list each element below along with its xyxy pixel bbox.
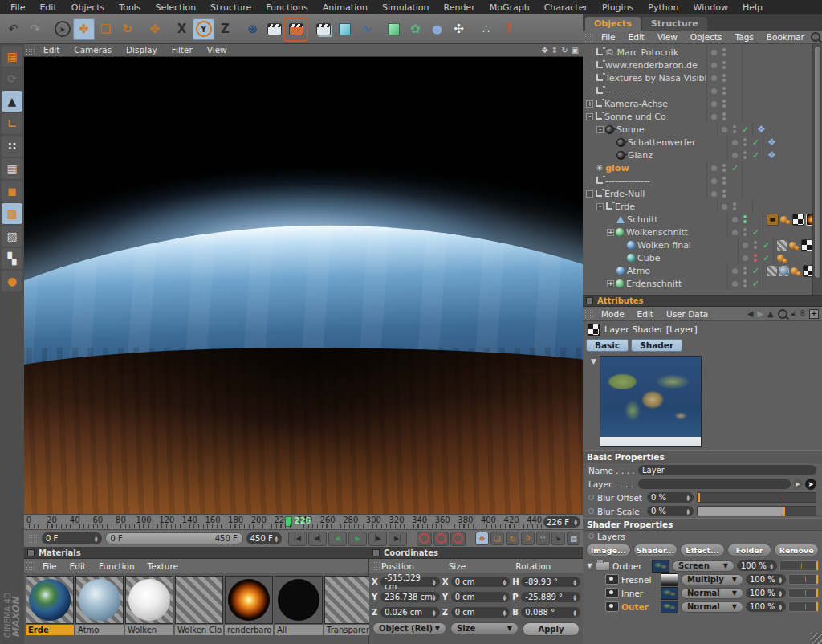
render-visibility-dot[interactable] bbox=[743, 143, 747, 146]
visibility-cell[interactable] bbox=[720, 48, 728, 56]
render-visibility-dot[interactable] bbox=[722, 194, 726, 198]
apply-button[interactable]: Apply bbox=[523, 622, 580, 636]
tree-row-glow[interactable]: ✳glow✓ bbox=[583, 161, 812, 174]
add-panel-icon[interactable]: + bbox=[809, 309, 819, 319]
layer-dot-cell[interactable] bbox=[706, 59, 720, 71]
layer-dot-cell[interactable] bbox=[738, 251, 751, 264]
lock-icon[interactable]: 🔓︎ bbox=[791, 309, 796, 318]
layer-dot-cell[interactable] bbox=[706, 110, 720, 123]
viewport-menu-filter[interactable]: Filter bbox=[165, 45, 200, 55]
checker-tag-icon[interactable] bbox=[792, 214, 804, 226]
shader-button[interactable]: Shader... bbox=[633, 544, 678, 556]
slider-thumb[interactable] bbox=[783, 507, 785, 516]
play-forward-button[interactable]: ▶ bbox=[348, 532, 367, 546]
remove-button[interactable]: Remove bbox=[774, 544, 819, 556]
blend-mode-dropdown[interactable]: Multiply▼ bbox=[681, 574, 743, 585]
tree-row-wolken-final[interactable]: Wolken final✓ bbox=[583, 238, 812, 251]
resize-grip[interactable] bbox=[811, 633, 822, 644]
blur-scale-field[interactable]: 0 % ▲▼ bbox=[647, 506, 694, 516]
render-visibility-dot[interactable] bbox=[722, 104, 726, 108]
key-rotation-toggle[interactable]: ↻ bbox=[506, 532, 519, 545]
objects-menu-file[interactable]: File bbox=[595, 32, 622, 42]
target-tag-icon[interactable]: ❖ bbox=[767, 137, 777, 148]
layer-dot-cell[interactable] bbox=[738, 238, 751, 251]
enable-check[interactable]: ✓ bbox=[759, 253, 773, 263]
generators-button[interactable] bbox=[383, 18, 405, 40]
position-z-field[interactable]: 0.026 cm▲▼ bbox=[380, 607, 440, 618]
layer-dot-cell[interactable] bbox=[727, 213, 741, 226]
convert-object-button[interactable]: ⟳ bbox=[2, 68, 22, 89]
viewport-menu-view[interactable]: View bbox=[200, 45, 234, 55]
folder-button[interactable]: Folder bbox=[727, 544, 772, 556]
material-all[interactable]: All bbox=[275, 576, 323, 635]
key-scale-toggle[interactable]: ❏ bbox=[490, 532, 504, 545]
stepper-icon[interactable]: ▲▼ bbox=[779, 590, 782, 597]
menu-objects[interactable]: Objects bbox=[64, 2, 112, 13]
enable-check[interactable]: ✓ bbox=[759, 240, 773, 251]
folder-expander-icon[interactable]: ▼ bbox=[586, 562, 593, 569]
size-z-field[interactable]: 0 cm▲▼ bbox=[451, 607, 511, 618]
tab-structure[interactable]: Structure bbox=[642, 17, 707, 31]
pan-view-icon[interactable]: ✥ bbox=[541, 46, 547, 55]
glowtex-tag-icon[interactable] bbox=[806, 214, 812, 226]
stepper-icon[interactable]: ▲▼ bbox=[503, 579, 506, 585]
document-settings-toggle[interactable]: ▤ bbox=[567, 532, 580, 545]
layer-thumbnail[interactable] bbox=[661, 601, 678, 613]
object-manager-scrollbar[interactable] bbox=[812, 44, 822, 296]
menu-animation[interactable]: Animation bbox=[315, 2, 375, 13]
editor-visibility-dot[interactable] bbox=[722, 190, 726, 193]
layer-visible-icon[interactable] bbox=[605, 601, 619, 612]
layer-popup-icon[interactable]: ▶ bbox=[794, 479, 802, 489]
editor-visibility-dot[interactable] bbox=[743, 228, 747, 231]
tree-row-glanz[interactable]: Glanz✓❖ bbox=[583, 149, 812, 161]
stepper-icon[interactable]: ▲▼ bbox=[770, 563, 773, 569]
menu-python[interactable]: Python bbox=[641, 2, 686, 13]
visibility-cell[interactable] bbox=[720, 61, 728, 69]
image-button[interactable]: Image... bbox=[586, 544, 631, 556]
goto-end-button[interactable]: ▶| bbox=[389, 532, 407, 546]
visibility-cell[interactable] bbox=[741, 138, 749, 146]
live-selection-button[interactable]: ➤ bbox=[51, 18, 73, 40]
stepper-icon[interactable]: ▲▼ bbox=[433, 594, 436, 601]
menu-selection[interactable]: Selection bbox=[148, 2, 203, 13]
zoom-view-icon[interactable]: ⇕ bbox=[551, 46, 558, 55]
range-start-field[interactable]: 0 F ▲▼ bbox=[42, 532, 102, 544]
layer-dot-cell[interactable] bbox=[727, 264, 741, 277]
menu-character[interactable]: Character bbox=[537, 2, 595, 13]
materials-menu-function[interactable]: Function bbox=[92, 561, 141, 571]
materials-menu-file[interactable]: File bbox=[36, 561, 63, 571]
render-visibility-dot[interactable] bbox=[733, 207, 736, 210]
attributes-menu-user-data[interactable]: User Data bbox=[660, 309, 714, 319]
tree-row-erde-null[interactable]: -Erde-Null bbox=[583, 187, 812, 200]
polygons-mode-button[interactable]: ◼ bbox=[2, 181, 22, 202]
panel-grip-icon[interactable] bbox=[584, 33, 593, 42]
scale-button[interactable]: ❏ bbox=[95, 18, 116, 40]
move-button[interactable]: ✥ bbox=[73, 18, 95, 40]
editor-visibility-dot[interactable] bbox=[743, 279, 747, 283]
record-keyframe-button[interactable] bbox=[417, 532, 432, 546]
render-visibility-dot[interactable] bbox=[722, 181, 726, 185]
rotation-b-field[interactable]: 0.088 °▲▼ bbox=[521, 607, 580, 618]
layer-dot-cell[interactable] bbox=[706, 84, 720, 97]
visibility-cell[interactable] bbox=[741, 267, 749, 275]
objects-menu-bookmar[interactable]: Bookmar bbox=[760, 32, 811, 42]
balls-tag-icon[interactable] bbox=[791, 266, 801, 276]
editor-visibility-dot[interactable] bbox=[722, 100, 726, 103]
enable-check[interactable]: ✓ bbox=[739, 124, 752, 135]
slider-thumb[interactable] bbox=[698, 493, 700, 502]
anim-dot-icon[interactable] bbox=[588, 495, 594, 500]
layer-dot-cell[interactable] bbox=[706, 174, 720, 187]
search-icon[interactable] bbox=[811, 32, 820, 42]
layer-dot-cell[interactable] bbox=[717, 200, 730, 213]
stepper-icon[interactable]: ▲▼ bbox=[686, 495, 690, 501]
render-visibility-dot[interactable] bbox=[722, 92, 726, 95]
stepper-icon[interactable]: ▲▼ bbox=[573, 579, 576, 585]
layer-opacity-field[interactable]: 100 %▲▼ bbox=[746, 574, 786, 585]
render-visibility-dot[interactable] bbox=[733, 130, 736, 133]
visibility-cell[interactable] bbox=[730, 202, 739, 210]
tree-row-sonne-und-co[interactable]: -Sonne und Co bbox=[583, 110, 812, 123]
stepper-icon[interactable]: ▲▼ bbox=[779, 577, 782, 583]
layer-opacity-slider[interactable] bbox=[779, 560, 819, 571]
editor-visibility-dot[interactable] bbox=[743, 267, 747, 270]
deformer-button[interactable]: ✣ bbox=[448, 18, 470, 40]
